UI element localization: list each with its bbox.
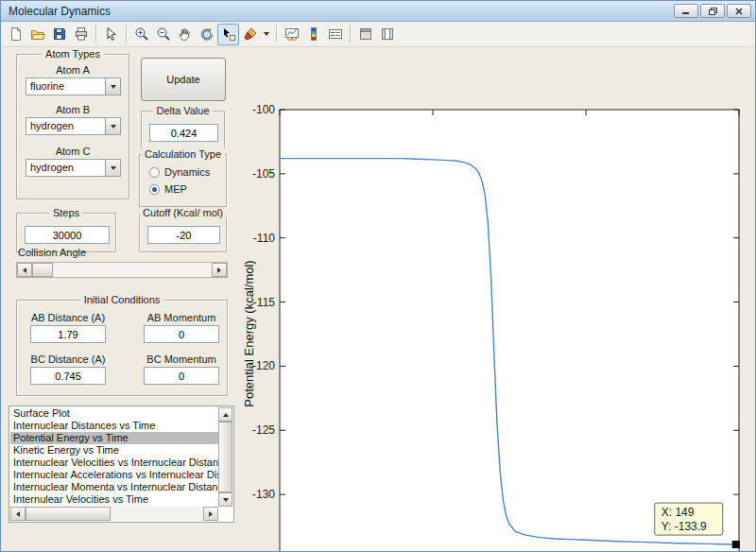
toolbar-new-figure-button[interactable] (5, 24, 26, 45)
list-item[interactable]: Potential Energy vs Time (10, 432, 218, 444)
chevron-down-icon (111, 125, 116, 129)
figure-toolbar (1, 22, 755, 47)
radio-dynamics[interactable]: Dynamics (149, 166, 210, 178)
arrow-left-icon (23, 267, 26, 273)
scroll-right-button[interactable] (203, 507, 218, 521)
steps-input[interactable] (25, 226, 110, 244)
calculation-type-panel: Calculation Type Dynamics MEP (139, 154, 227, 207)
list-item[interactable]: Surface Plot (10, 407, 218, 420)
open-folder-icon (30, 26, 45, 42)
listbox-horizontal-scrollbar[interactable] (10, 507, 218, 521)
window-title: Molecular Dynamics (9, 5, 111, 18)
list-item[interactable]: Kinetic Energy vs Time (10, 444, 218, 457)
arrow-up-icon (223, 413, 229, 417)
toolbar-print-button[interactable] (70, 24, 92, 45)
toolbar-data-cursor-button[interactable] (217, 24, 239, 45)
scroll-left-button[interactable] (10, 507, 26, 521)
atom-types-title: Atom Types (42, 48, 104, 60)
toolbar-brush-button[interactable] (239, 24, 261, 45)
scroll-down-button[interactable] (218, 492, 232, 507)
toolbar-open-file-button[interactable] (26, 24, 48, 45)
vertical-scroll-track[interactable] (218, 422, 232, 492)
slider-left-arrow-button[interactable] (17, 263, 32, 277)
print-icon (74, 26, 89, 42)
toolbar-insert-colorbar-button[interactable] (302, 24, 324, 45)
slider-track[interactable] (32, 263, 212, 277)
y-tick-label: -110 (253, 232, 275, 245)
y-tick-label: -125 (252, 423, 275, 437)
ab-distance-input[interactable] (30, 325, 106, 343)
atom-a-value: fluorine (30, 80, 64, 92)
chevron-down-icon (111, 85, 116, 89)
arrow-right-icon (209, 511, 213, 517)
toolbar-edit-plot-button[interactable] (100, 24, 122, 45)
toolbar-separator (95, 25, 96, 43)
toolbar-hide-plot-tools-button[interactable] (354, 24, 376, 45)
horizontal-scroll-thumb[interactable] (26, 507, 111, 521)
list-item[interactable]: Internulear Velocities vs Time (10, 493, 218, 506)
pan-hand-icon (178, 26, 193, 42)
toolbar-brush-dropdown-button[interactable] (261, 24, 272, 45)
atom-c-dropdown[interactable]: hydrogen (26, 159, 121, 177)
link-plot-icon (284, 26, 300, 42)
dropdown-arrow-button[interactable] (105, 118, 120, 134)
colorbar-icon (306, 26, 321, 42)
toolbar-insert-legend-button[interactable] (324, 24, 346, 45)
toolbar-zoom-in-button[interactable] (130, 24, 152, 45)
chevron-down-icon (264, 32, 269, 36)
datatip-x-value: X: 149 (662, 506, 695, 519)
cutoff-panel: Cutoff (Kcal/ mol) (139, 213, 227, 252)
dock-figure-icon (380, 26, 395, 42)
update-button[interactable]: Update (141, 58, 226, 101)
datatip-marker[interactable] (732, 541, 740, 548)
slider-right-arrow-button[interactable] (212, 263, 227, 277)
listbox-vertical-scrollbar[interactable] (218, 407, 232, 507)
atom-b-dropdown[interactable]: hydrogen (26, 117, 121, 135)
initial-conditions-title: Initial Conditions (80, 294, 164, 305)
legend-icon (328, 26, 343, 42)
vertical-scroll-thumb[interactable] (218, 422, 232, 492)
plot-type-listbox[interactable]: Surface PlotInternuclear Distances vs Ti… (9, 405, 234, 523)
scroll-up-button[interactable] (218, 407, 232, 422)
new-document-icon (9, 26, 24, 42)
toolbar-zoom-out-button[interactable] (152, 24, 174, 45)
radio-mep[interactable]: MEP (149, 183, 187, 195)
figure-content: Atom Types Atom A fluorine Atom B hydrog… (1, 47, 755, 551)
ab-momentum-label: AB Momentum (144, 312, 219, 323)
toolbar-save-button[interactable] (48, 24, 70, 45)
dropdown-arrow-button[interactable] (105, 78, 120, 95)
minimize-button[interactable] (674, 4, 698, 18)
atom-c-label: Atom C (17, 146, 129, 157)
radio-circle-icon (149, 167, 160, 178)
toolbar-rotate-3d-button[interactable] (196, 24, 217, 45)
restore-button[interactable] (700, 4, 725, 18)
slider-thumb[interactable] (32, 263, 53, 277)
hide-plot-tools-icon (358, 26, 373, 42)
save-floppy-icon (52, 26, 67, 42)
collision-angle-slider[interactable] (16, 262, 228, 278)
y-tick-label: -115 (253, 296, 275, 309)
delta-value-title: Delta Value (152, 105, 213, 116)
list-item[interactable]: Internuclear Velocities vs Internuclear … (10, 457, 218, 469)
arrow-left-icon (16, 511, 20, 517)
list-item[interactable]: Internuclear Distances vs Time (10, 420, 218, 432)
bc-momentum-input[interactable] (144, 367, 219, 385)
toolbar-dock-figure-button[interactable] (376, 24, 398, 45)
title-bar[interactable]: Molecular Dynamics (1, 1, 755, 22)
list-item[interactable]: Internuclear Accelerations vs Internucle… (10, 469, 218, 481)
atom-a-dropdown[interactable]: fluorine (26, 78, 121, 95)
cutoff-title: Cutoff (Kcal/ mol) (139, 207, 227, 218)
close-button[interactable] (727, 4, 751, 18)
horizontal-scroll-track[interactable] (26, 507, 203, 521)
toolbar-link-plot-button[interactable] (281, 24, 302, 45)
bc-distance-input[interactable] (30, 367, 106, 385)
atom-b-label: Atom B (17, 104, 129, 115)
cutoff-input[interactable] (147, 226, 220, 244)
plot-area[interactable]: -135-130-125-120-115-110-105-10005010015… (235, 95, 756, 552)
dropdown-arrow-button[interactable] (105, 160, 120, 176)
toolbar-pan-button[interactable] (174, 24, 196, 45)
list-item[interactable]: Internuclear Momenta vs Internuclear Dis… (10, 481, 218, 493)
delta-value-input[interactable] (149, 124, 218, 142)
bc-momentum-label: BC Momentum (144, 354, 219, 365)
ab-momentum-input[interactable] (144, 325, 219, 343)
